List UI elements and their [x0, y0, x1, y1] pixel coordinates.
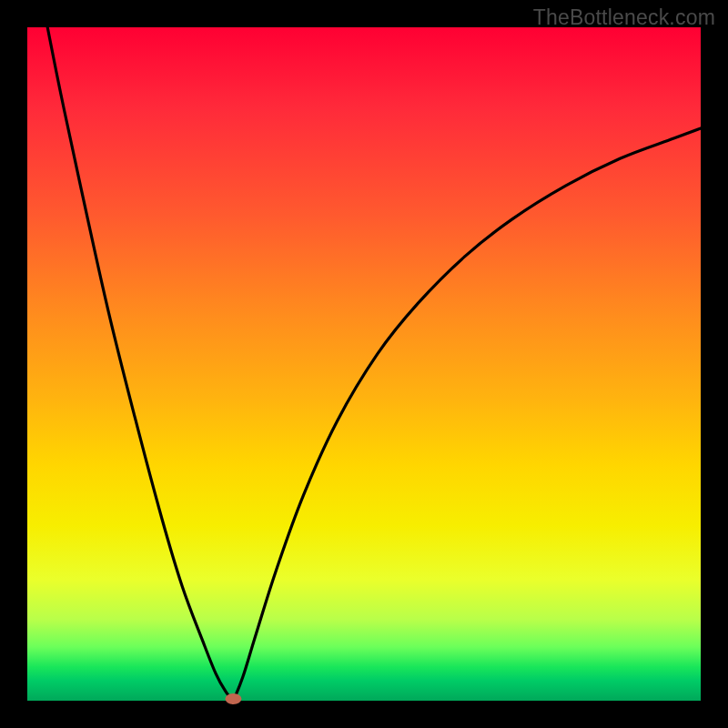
curve-svg [27, 27, 701, 701]
curve-left-branch [47, 27, 233, 701]
curve-right-branch [233, 128, 701, 701]
chart-frame: TheBottleneck.com [0, 0, 728, 728]
plot-area [27, 27, 701, 701]
watermark-text: TheBottleneck.com [533, 5, 715, 30]
minimum-marker [225, 693, 241, 704]
